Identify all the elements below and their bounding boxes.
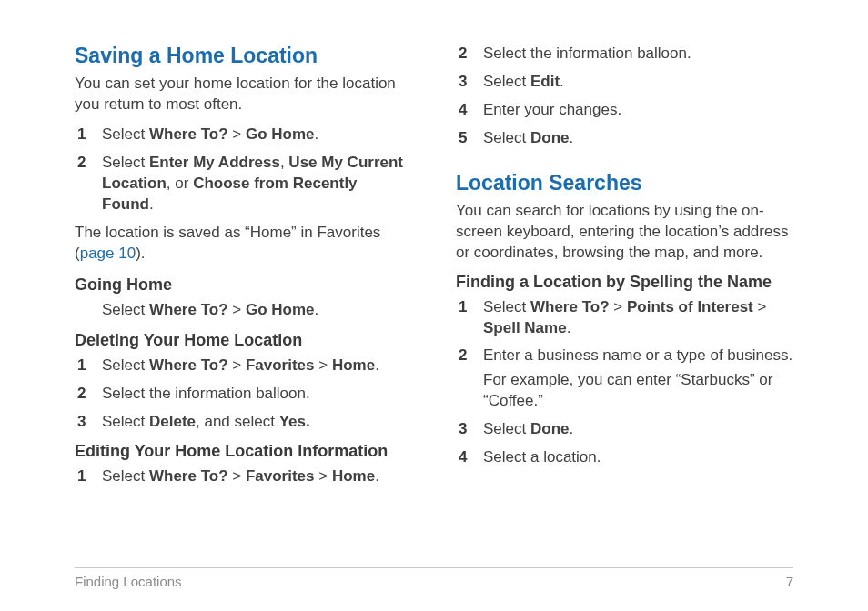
sep: > <box>228 356 246 374</box>
edit-bold: Edit <box>530 73 560 90</box>
content-columns: Saving a Home Location You can set your … <box>75 44 793 553</box>
deleting-step-3: Select Delete, and select Yes. <box>75 412 412 433</box>
period: . <box>315 301 319 318</box>
finding-spelling-steps: Select Where To? > Points of Interest > … <box>456 297 793 469</box>
saving-home-steps: Select Where To? > Go Home. Select Enter… <box>75 125 412 215</box>
poi-bold: Points of Interest <box>627 298 753 316</box>
done-bold: Done <box>530 129 570 146</box>
footer-section-label: Finding Locations <box>75 574 182 589</box>
where-to-bold: Where To? <box>149 301 228 318</box>
finding-spelling-title: Finding a Location by Spelling the Name <box>456 273 793 292</box>
delete-bold: Delete <box>149 413 196 430</box>
going-home-title: Going Home <box>75 275 412 295</box>
finding-step-2: Enter a business name or a type of busin… <box>456 346 793 412</box>
location-searches-title: Location Searches <box>456 171 793 195</box>
sep: > <box>610 298 627 316</box>
editing-step-5: Select Done. <box>456 128 793 149</box>
note-text-b: ). <box>136 245 145 262</box>
finding-step-2-example: For example, you can enter “Starbucks” o… <box>483 370 793 412</box>
favorites-bold: Favorites <box>246 356 315 374</box>
left-column: Saving a Home Location You can set your … <box>75 44 412 553</box>
editing-step-2: Select the information balloon. <box>456 44 793 65</box>
page-10-link[interactable]: page 10 <box>80 245 136 262</box>
deleting-home-steps: Select Where To? > Favorites > Home. Sel… <box>75 356 412 433</box>
sep: > <box>315 467 332 485</box>
editing-step-3: Select Edit. <box>456 72 793 93</box>
text: Select <box>483 420 530 437</box>
yes-bold: Yes. <box>279 413 310 430</box>
page-footer: Finding Locations 7 <box>75 567 793 589</box>
text: Select <box>102 356 149 374</box>
go-home-bold: Go Home <box>246 125 315 143</box>
text: Select <box>102 125 149 143</box>
spell-name-bold: Spell Name <box>483 319 567 336</box>
go-home-bold: Go Home <box>246 301 315 318</box>
editing-step-1: Select Where To? > Favorites > Home. <box>75 466 412 487</box>
enter-address-bold: Enter My Address <box>149 154 280 171</box>
deleting-step-2: Select the information balloon. <box>75 384 412 405</box>
editing-home-steps-cont: Select the information balloon. Select E… <box>456 44 793 149</box>
editing-home-title: Editing Your Home Location Information <box>75 442 412 461</box>
text: Select <box>102 301 149 318</box>
saving-step-1: Select Where To? > Go Home. <box>75 125 412 145</box>
period: . <box>149 195 154 213</box>
period: . <box>315 125 319 143</box>
sep: > <box>753 298 767 316</box>
deleting-home-title: Deleting Your Home Location <box>75 331 412 350</box>
home-bold: Home <box>332 467 375 485</box>
saving-home-intro: You can set your home location for the l… <box>75 74 412 115</box>
period: . <box>375 356 379 374</box>
period: . <box>569 129 573 146</box>
where-to-bold: Where To? <box>149 467 228 485</box>
sep: > <box>228 125 246 143</box>
sep: , or <box>167 175 193 192</box>
finding-step-3: Select Done. <box>456 419 793 440</box>
right-column: Select the information balloon. Select E… <box>456 44 793 553</box>
going-home-line: Select Where To? > Go Home. <box>75 300 412 321</box>
done-bold: Done <box>530 420 570 437</box>
where-to-bold: Where To? <box>530 298 610 316</box>
text: Select <box>102 413 149 430</box>
saving-step-2: Select Enter My Address, Use My Current … <box>75 153 412 215</box>
period: . <box>567 319 571 336</box>
deleting-step-1: Select Where To? > Favorites > Home. <box>75 356 412 376</box>
finding-step-1: Select Where To? > Points of Interest > … <box>456 297 793 339</box>
text: Enter a business name or a type of busin… <box>483 346 792 364</box>
home-bold: Home <box>332 356 375 374</box>
footer-page-number: 7 <box>786 574 793 589</box>
text: Select <box>102 467 149 485</box>
favorites-bold: Favorites <box>246 467 315 485</box>
sep: , <box>280 154 288 171</box>
sep: , and select <box>196 413 279 430</box>
text: Select <box>483 298 530 316</box>
text: Select <box>483 129 530 146</box>
period: . <box>560 73 564 90</box>
saving-note: The location is saved as “Home” in Favor… <box>75 223 412 265</box>
saving-home-title: Saving a Home Location <box>75 44 412 68</box>
text: Select <box>483 73 530 90</box>
where-to-bold: Where To? <box>149 356 228 374</box>
sep: > <box>228 301 246 318</box>
text: Select <box>102 154 149 171</box>
period: . <box>569 420 573 437</box>
finding-step-4: Select a location. <box>456 447 793 468</box>
location-searches-intro: You can search for locations by using th… <box>456 201 793 264</box>
editing-home-steps: Select Where To? > Favorites > Home. <box>75 466 412 487</box>
period: . <box>375 467 379 485</box>
where-to-bold: Where To? <box>149 125 228 143</box>
sep: > <box>228 467 246 485</box>
sep: > <box>315 356 332 374</box>
editing-step-4: Enter your changes. <box>456 100 793 121</box>
